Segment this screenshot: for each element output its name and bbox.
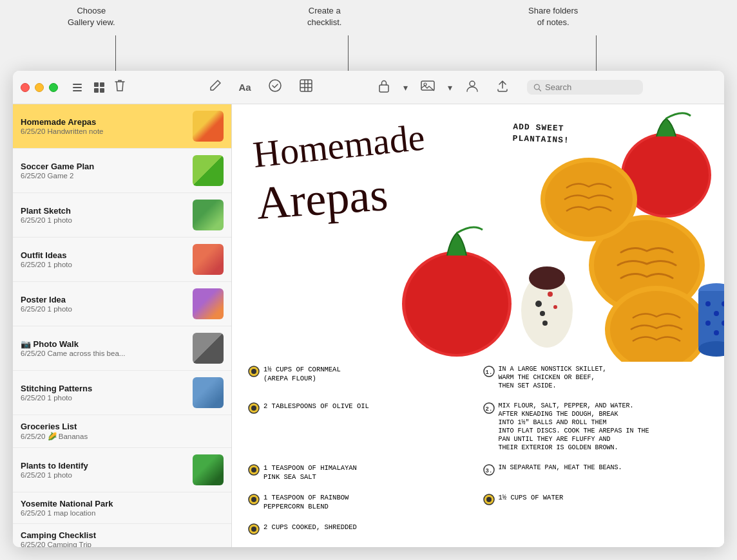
- lock-button[interactable]: [374, 76, 394, 98]
- table-icon: [299, 79, 313, 93]
- svg-point-15: [424, 83, 426, 86]
- bullet-3: [248, 464, 260, 476]
- share-folders-line: [596, 35, 597, 74]
- note-item-poster[interactable]: Poster Idea6/25/20 1 photo: [13, 282, 231, 326]
- note-title-stitching: Stitching Patterns: [21, 384, 186, 393]
- svg-point-16: [470, 81, 475, 86]
- note-thumbnail-plants-id: [193, 454, 224, 485]
- svg-point-64: [251, 527, 256, 532]
- note-item-soccer[interactable]: Soccer Game Plan6/25/20 Game 2: [13, 149, 231, 193]
- step-3: 3. IN SEPARATE PAN, HEAT THE BEANS.: [483, 463, 709, 490]
- format-label: Aa: [238, 82, 251, 93]
- trash-icon: [113, 79, 126, 93]
- note-body: Homemade Arepas ADD SWEETPLANTAINS!: [232, 104, 724, 547]
- list-icon: [71, 81, 84, 94]
- note-thumbnail-plant: [193, 200, 224, 230]
- svg-rect-5: [94, 88, 99, 93]
- ingredient-2-text: 2 TABLESPOONS OF OLIVE OIL: [263, 402, 369, 411]
- svg-rect-0: [73, 84, 82, 85]
- compose-button[interactable]: [205, 77, 225, 98]
- bullet-6: [248, 523, 260, 535]
- svg-point-39: [705, 301, 711, 306]
- note-content[interactable]: Homemade Arepas ADD SWEETPLANTAINS!: [232, 104, 724, 547]
- ingredient-1-text: 1½ CUPS OF CORNMEAL(AREPA FLOUR): [263, 365, 341, 383]
- search-icon: [533, 83, 541, 92]
- close-button[interactable]: [21, 83, 30, 92]
- svg-point-27: [542, 321, 548, 326]
- note-thumbnail-arepas: [193, 111, 224, 142]
- sidebar: Homemade Arepas6/25/20 Handwritten noteS…: [13, 104, 232, 547]
- checklist-line: [348, 35, 349, 74]
- annotations: Choose Gallery view. Create a checklist.…: [0, 0, 737, 71]
- svg-point-52: [251, 406, 256, 411]
- bullet-4: [248, 494, 260, 505]
- recipe-content: 1½ CUPS OF CORNMEAL(AREPA FLOUR) 1. IN A…: [242, 362, 714, 547]
- note-title-plants-id: Plants to Identify: [21, 461, 186, 471]
- note-title-groceries: Groceries List: [21, 422, 224, 431]
- maximize-button[interactable]: [49, 83, 58, 92]
- note-text-stitching: Stitching Patterns6/25/20 1 photo: [21, 384, 186, 402]
- grid-icon: [93, 81, 106, 94]
- svg-point-23: [535, 301, 542, 307]
- svg-point-26: [553, 305, 557, 309]
- svg-point-25: [540, 311, 545, 316]
- app-window: Aa: [13, 71, 724, 547]
- delete-button[interactable]: [108, 75, 131, 100]
- note-item-groceries[interactable]: Groceries List6/25/20 🌽 Bananas: [13, 415, 231, 448]
- share-user-icon: [465, 79, 479, 93]
- note-thumbnail-outfit: [193, 244, 224, 275]
- note-text-yosemite: Yosemite National Park6/25/20 1 map loca…: [21, 499, 224, 517]
- ingredient-3: 1 TEASPOON OF HIMALAYANPINK SEA SALT: [248, 463, 474, 490]
- compose-icon: [209, 79, 222, 92]
- checklist-icon: [268, 79, 282, 93]
- step-num-1: 1.: [483, 366, 495, 377]
- step-2: 2. MIX FLOUR, SALT, PEPPER, AND WATER.AF…: [483, 402, 709, 461]
- ingredient-4: 1 TEASPOON OF RAINBOWPEPPERCORN BLEND: [248, 493, 474, 520]
- svg-point-42: [705, 321, 711, 326]
- gallery-view-button[interactable]: [90, 79, 108, 97]
- sweet-plantains-note: ADD SWEETPLANTAINS!: [512, 121, 570, 146]
- upload-icon: [496, 79, 509, 93]
- note-item-stitching[interactable]: Stitching Patterns6/25/20 1 photo: [13, 371, 231, 415]
- ingredient-5: 1½ CUPS OF WATER: [483, 493, 709, 520]
- table-button[interactable]: [295, 76, 317, 98]
- note-item-plants-id[interactable]: Plants to Identify6/25/20 1 photo: [13, 448, 231, 492]
- format-button[interactable]: Aa: [235, 78, 254, 97]
- svg-rect-4: [100, 82, 104, 87]
- note-meta-outfit: 6/25/20 1 photo: [21, 261, 186, 268]
- bullet-5: [483, 494, 495, 505]
- search-bar[interactable]: [527, 80, 643, 95]
- note-thumbnail-photo-walk: [193, 333, 224, 364]
- note-item-camping[interactable]: Camping Checklist6/25/20 Camping Trip: [13, 524, 231, 547]
- note-item-photo-walk[interactable]: 📷 Photo Walk6/25/20 Came across this bea…: [13, 326, 231, 371]
- titlebar: Aa: [13, 71, 724, 104]
- svg-point-20: [405, 254, 508, 354]
- note-item-arepas[interactable]: Homemade Arepas6/25/20 Handwritten note: [13, 104, 231, 149]
- search-input[interactable]: [545, 82, 636, 92]
- note-meta-photo-walk: 6/25/20 Came across this bea...: [21, 350, 186, 357]
- minimize-button[interactable]: [35, 83, 44, 92]
- svg-rect-3: [94, 82, 99, 87]
- svg-text:2.: 2.: [485, 406, 492, 413]
- step-num-3: 3.: [483, 464, 495, 476]
- note-item-outfit[interactable]: Outfit Ideas6/25/20 1 photo: [13, 238, 231, 282]
- svg-point-22: [529, 266, 565, 290]
- note-meta-plants-id: 6/25/20 1 photo: [21, 471, 186, 479]
- checklist-button[interactable]: [264, 76, 286, 98]
- note-meta-poster: 6/25/20 1 photo: [21, 305, 186, 313]
- media-button[interactable]: [417, 77, 439, 98]
- note-meta-yosemite: 6/25/20 1 map location: [21, 509, 224, 517]
- svg-rect-8: [300, 80, 312, 91]
- note-text-plant: Plant Sketch6/25/20 1 photo: [21, 206, 186, 224]
- note-title-plant: Plant Sketch: [21, 206, 186, 216]
- note-item-yosemite[interactable]: Yosemite National Park6/25/20 1 map loca…: [13, 492, 231, 524]
- note-toolbar: Aa: [131, 76, 716, 98]
- note-text-photo-walk: 📷 Photo Walk6/25/20 Came across this bea…: [21, 339, 186, 357]
- svg-point-56: [251, 467, 256, 472]
- list-view-button[interactable]: [68, 79, 86, 97]
- svg-rect-1: [73, 87, 82, 88]
- upload-button[interactable]: [492, 76, 513, 98]
- note-item-plant[interactable]: Plant Sketch6/25/20 1 photo: [13, 193, 231, 238]
- share-user-button[interactable]: [461, 76, 483, 98]
- note-title-outfit: Outfit Ideas: [21, 250, 186, 260]
